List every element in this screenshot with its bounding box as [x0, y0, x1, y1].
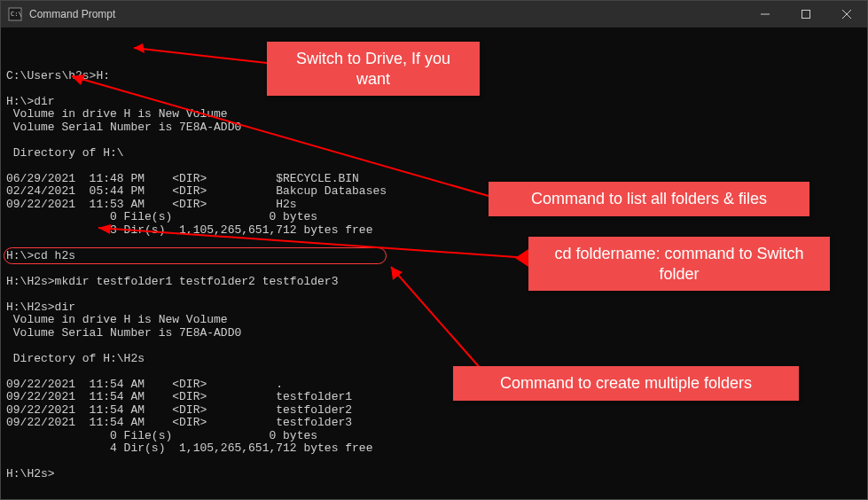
command-prompt-window: C:\ Command Prompt C:\Users\h2s>H: H:\>d…: [0, 0, 868, 500]
terminal-line: 4 Dir(s) 1,105,265,651,712 bytes free: [6, 442, 862, 456]
minimize-button[interactable]: [745, 1, 786, 27]
callout-list-folders: Command to list all folders & files: [489, 182, 809, 216]
maximize-button[interactable]: [786, 1, 826, 27]
terminal-line: 09/22/2021 11:54 AM <DIR> testfolder3: [6, 417, 862, 430]
terminal-line: 0 File(s) 0 bytes: [6, 430, 862, 443]
terminal-line: H:\H2s>: [6, 468, 862, 481]
terminal-line: Directory of H:\: [6, 147, 862, 160]
terminal-line: Directory of H:\H2s: [6, 353, 862, 366]
terminal-line: 09/22/2021 11:54 AM <DIR> testfolder2: [6, 404, 862, 418]
callout-switch-drive: Switch to Drive, If you want: [267, 42, 480, 96]
terminal-line: H:\H2s>dir: [6, 301, 862, 315]
close-button[interactable]: [826, 1, 867, 27]
terminal-line: 3 Dir(s) 1,105,265,651,712 bytes free: [6, 224, 862, 238]
terminal-line: [6, 456, 862, 469]
svg-marker-7: [134, 43, 145, 53]
window-title: Command Prompt: [29, 8, 745, 20]
terminal-line: [6, 134, 862, 147]
terminal-line: H:\>dir: [6, 96, 862, 109]
terminal-line: Volume in drive H is New Volume: [6, 108, 862, 121]
svg-text:C:\: C:\: [11, 11, 22, 18]
terminal-line: Volume Serial Number is 7E8A-ADD0: [6, 327, 862, 340]
terminal-line: Volume Serial Number is 7E8A-ADD0: [6, 121, 862, 135]
terminal-line: [6, 340, 862, 353]
callout-cd-folder: cd foldername: command to Switch folder: [528, 237, 830, 291]
window-controls: [745, 1, 867, 27]
callout-create-folders: Command to create multiple folders: [453, 366, 799, 401]
terminal-line: [6, 160, 862, 173]
svg-rect-3: [802, 11, 810, 19]
app-icon: C:\: [8, 7, 22, 21]
terminal-line: Volume in drive H is New Volume: [6, 314, 862, 327]
terminal-viewport[interactable]: C:\Users\h2s>H: H:\>dir Volume in drive …: [1, 27, 867, 499]
titlebar[interactable]: C:\ Command Prompt: [1, 1, 867, 27]
